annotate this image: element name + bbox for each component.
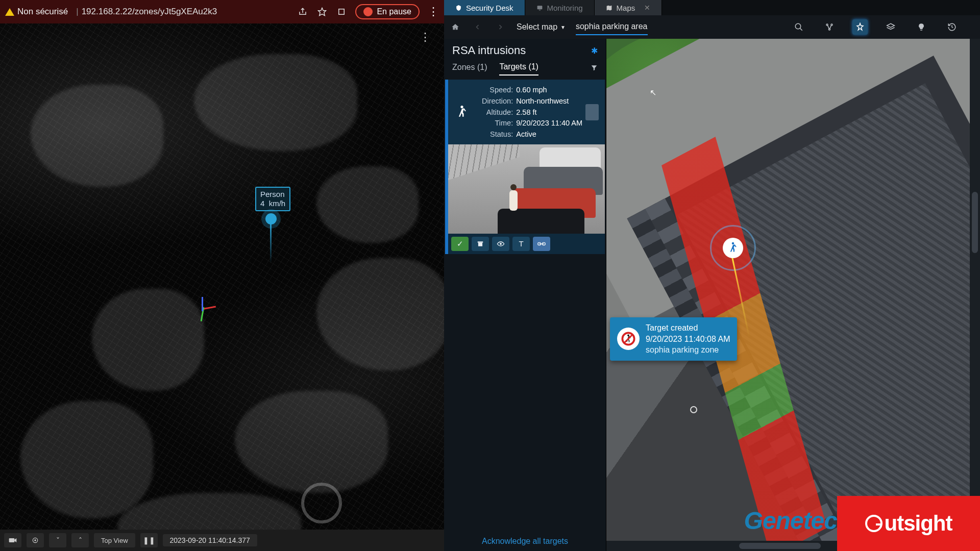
pause-playback-icon[interactable]: ❚❚ xyxy=(140,533,158,547)
point-cloud-clusters xyxy=(0,23,444,530)
text-icon[interactable]: T xyxy=(512,237,530,251)
tab-label: Security Desk xyxy=(466,4,513,12)
locate-icon[interactable] xyxy=(27,533,44,547)
lidar-viewport[interactable]: ⋮ Person 4 km/h xyxy=(0,23,444,530)
svg-line-9 xyxy=(800,28,802,31)
range-ring xyxy=(301,483,342,523)
svg-point-18 xyxy=(500,243,502,244)
share-icon[interactable] xyxy=(297,6,308,17)
popup-timestamp: 9/20/2023 11:40:08 AM xyxy=(646,334,730,345)
close-icon[interactable]: ✕ xyxy=(644,4,650,12)
svg-rect-7 xyxy=(538,10,540,10)
insecure-indicator[interactable]: Non sécurisé xyxy=(5,7,68,17)
playback-timestamp: 2023-09-20 11:40:14.377 xyxy=(163,534,257,546)
chrome-address-bar: Non sécurisé |192.168.2.22/zones/yJt5gXE… xyxy=(0,0,444,23)
detection-trail xyxy=(270,222,272,263)
popup-location: sophia parking zone xyxy=(646,344,730,356)
map-viewport[interactable]: Target created 9/20/2023 11:40:08 AM sop… xyxy=(606,39,980,551)
chevron-down-icon: ▼ xyxy=(560,24,566,30)
lidar-toolbar: ˅ ˄ Top View ❚❚ 2023-09-20 11:40:14.377 xyxy=(0,530,444,551)
url-path: /zones/yJt5gXEAu2k3 xyxy=(132,7,217,16)
genetec-logo: Genetec xyxy=(744,507,837,535)
eye-icon[interactable] xyxy=(492,237,509,251)
target-color-swatch[interactable] xyxy=(585,104,599,120)
outsight-o-glyph xyxy=(865,515,883,532)
svg-point-21 xyxy=(732,242,734,245)
acknowledge-all-link[interactable]: Acknowledge all targets xyxy=(444,532,606,551)
insecure-label: Non sécurisé xyxy=(17,7,68,17)
target-marker[interactable] xyxy=(723,238,743,258)
nav-back-icon[interactable] xyxy=(472,21,484,33)
camera-icon[interactable] xyxy=(4,533,21,547)
mouse-cursor: ↖ xyxy=(650,88,656,97)
svg-point-8 xyxy=(795,23,801,29)
chrome-action-icons: En pause ⋮ xyxy=(297,4,439,19)
layers-icon[interactable] xyxy=(883,19,898,35)
pause-button[interactable]: En pause xyxy=(355,4,420,19)
home-icon[interactable] xyxy=(449,21,461,33)
tab-security-desk[interactable]: Security Desk xyxy=(444,0,525,15)
svg-rect-17 xyxy=(478,241,483,242)
panel-title: RSA intrusions xyxy=(452,44,526,57)
gear-icon[interactable]: ✱ xyxy=(591,46,598,56)
detection-label[interactable]: Person 4 km/h xyxy=(255,187,290,211)
current-map-name[interactable]: sophia parking area xyxy=(576,22,648,35)
svg-rect-14 xyxy=(920,30,922,30)
zones-tab[interactable]: Zones (1) xyxy=(452,63,487,75)
svg-rect-2 xyxy=(9,538,15,542)
extension-icon[interactable] xyxy=(336,6,347,17)
chain-icon[interactable] xyxy=(533,237,550,251)
trail-origin xyxy=(690,406,697,413)
search-icon[interactable] xyxy=(791,19,806,35)
history-icon[interactable] xyxy=(944,19,960,35)
select-map-label: Select map xyxy=(517,22,557,32)
smart-tracking-icon[interactable] xyxy=(852,19,868,35)
pause-label: En pause xyxy=(377,7,411,16)
intrusions-panel: RSA intrusions ✱ Zones (1) Targets (1) S… xyxy=(444,39,606,551)
svg-point-24 xyxy=(627,335,629,337)
pedestrian-icon xyxy=(454,85,469,140)
record-dot-icon xyxy=(363,7,373,16)
security-center-window: Security Desk Monitoring Maps ✕ Select m… xyxy=(444,0,980,551)
popup-title: Target created xyxy=(646,322,730,334)
svg-point-12 xyxy=(829,29,830,30)
svg-point-15 xyxy=(460,106,463,108)
tab-label: Maps xyxy=(617,4,635,12)
app-tabs: Security Desk Monitoring Maps ✕ xyxy=(444,0,980,15)
svg-marker-3 xyxy=(14,538,16,542)
svg-rect-1 xyxy=(339,9,345,15)
svg-rect-16 xyxy=(478,242,482,246)
chrome-menu-icon[interactable]: ⋮ xyxy=(428,5,439,18)
lidar-window: Non sécurisé |192.168.2.22/zones/yJt5gXE… xyxy=(0,0,444,551)
outsight-logo: utsight xyxy=(837,496,980,551)
vertical-scrollbar[interactable] xyxy=(970,39,980,541)
targets-tab[interactable]: Targets (1) xyxy=(499,62,538,76)
select-map-dropdown[interactable]: Select map ▼ xyxy=(517,22,566,32)
tab-monitoring[interactable]: Monitoring xyxy=(525,0,595,15)
target-card[interactable]: Speed:0.60 mph Direction:North-northwest… xyxy=(445,80,605,254)
tab-maps[interactable]: Maps ✕ xyxy=(595,0,663,15)
filter-icon[interactable] xyxy=(591,64,598,73)
event-popup[interactable]: Target created 9/20/2023 11:40:08 AM sop… xyxy=(610,317,737,361)
archive-icon[interactable] xyxy=(472,237,489,251)
svg-rect-6 xyxy=(537,6,542,9)
warning-icon xyxy=(5,8,14,16)
link-icon[interactable] xyxy=(822,19,837,35)
nav-forward-icon[interactable] xyxy=(494,21,506,33)
url-host: 192.168.2.22 xyxy=(82,7,132,16)
url-field[interactable]: |192.168.2.22/zones/yJt5gXEAu2k3 xyxy=(73,7,292,17)
map-toolbar: Select map ▼ sophia parking area xyxy=(444,15,980,39)
target-actions: ✓ T xyxy=(448,234,605,254)
camera-thumbnail[interactable] xyxy=(448,144,605,234)
top-view-button[interactable]: Top View xyxy=(94,533,135,547)
expand-icon[interactable]: ˄ xyxy=(71,533,89,547)
svg-point-5 xyxy=(35,540,36,541)
acknowledge-icon[interactable]: ✓ xyxy=(451,237,469,251)
svg-marker-13 xyxy=(887,23,895,28)
collapse-icon[interactable]: ˅ xyxy=(49,533,66,547)
lightbulb-icon[interactable] xyxy=(914,19,929,35)
svg-marker-0 xyxy=(318,8,326,16)
lidar-context-menu-icon[interactable]: ⋮ xyxy=(420,31,432,44)
star-icon[interactable] xyxy=(316,6,328,17)
target-details: Speed:0.60 mph Direction:North-northwest… xyxy=(469,85,582,140)
